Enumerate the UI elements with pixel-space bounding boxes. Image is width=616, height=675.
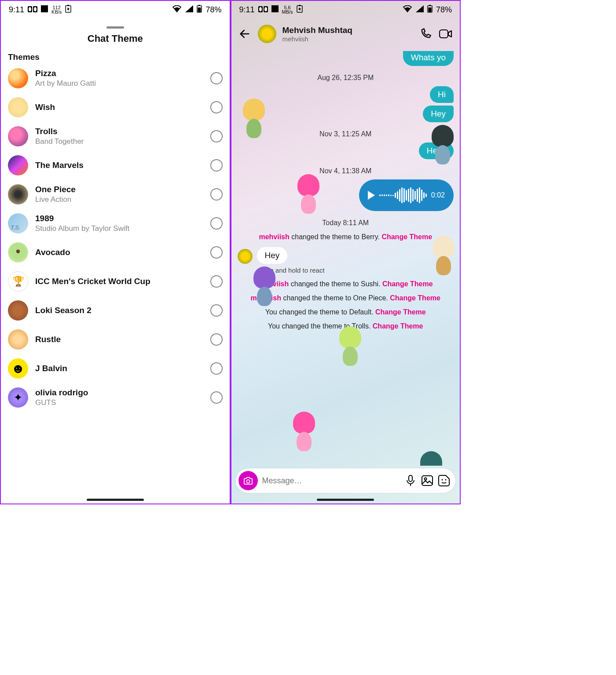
theme-radio[interactable]: [210, 130, 223, 142]
theme-radio[interactable]: [210, 246, 223, 259]
chat-title-wrap[interactable]: Mehvish Mushtaq mehviish: [282, 26, 413, 43]
message-row: Whats yo: [238, 51, 454, 66]
sticker-button[interactable]: [438, 474, 450, 487]
incoming-message-row: Hey: [238, 247, 454, 264]
theme-avatar: [8, 358, 28, 379]
theme-title: 1989: [35, 214, 203, 223]
theme-title: olivia rodrigo: [35, 388, 203, 398]
sent-message[interactable]: Hello: [419, 142, 454, 159]
theme-avatar: [8, 271, 28, 292]
chat-avatar[interactable]: [258, 25, 276, 43]
theme-row[interactable]: Rustle: [8, 325, 223, 354]
battery-percent: 78%: [436, 5, 452, 15]
theme-avatar: [8, 155, 28, 175]
svg-rect-18: [429, 5, 431, 6]
theme-radio[interactable]: [210, 362, 223, 375]
svg-rect-16: [299, 5, 301, 6]
svg-point-24: [425, 478, 427, 480]
svg-point-13: [264, 7, 267, 11]
troll-decoration: [289, 412, 319, 451]
change-theme-link[interactable]: Change Theme: [375, 308, 426, 316]
sheet-title: Chat Theme: [1, 33, 230, 44]
theme-text: TrollsBand Together: [35, 127, 203, 146]
svg-point-26: [445, 479, 447, 481]
theme-row[interactable]: One PieceLive Action: [8, 180, 223, 209]
theme-row[interactable]: olivia rodrigoGUTS: [8, 383, 223, 412]
theme-avatar: [8, 97, 28, 117]
theme-title: Pizza: [35, 69, 203, 78]
voice-message[interactable]: 0:02: [359, 179, 454, 211]
signal-icon: [416, 5, 424, 15]
theme-row[interactable]: ICC Men's Cricket World Cup: [8, 267, 223, 296]
theme-radio[interactable]: [210, 275, 223, 288]
theme-subtitle: GUTS: [35, 398, 203, 407]
theme-title: One Piece: [35, 185, 203, 194]
call-button[interactable]: [418, 27, 433, 41]
theme-title: ICC Men's Cricket World Cup: [35, 277, 203, 286]
theme-list: PizzaArt by Mauro GattiWishTrollsBand To…: [1, 64, 230, 412]
panel-chat: 9:11 5.6MB/s 78% Mehvish Mushtaq mehviis…: [231, 0, 461, 504]
theme-text: Loki Season 2: [35, 306, 203, 315]
message-composer: [236, 468, 456, 493]
theme-row[interactable]: 1989Studio Album by Taylor Swift: [8, 209, 223, 238]
theme-radio[interactable]: [210, 188, 223, 201]
theme-title: Loki Season 2: [35, 306, 203, 315]
block-icon: [41, 5, 48, 15]
theme-row[interactable]: The Marvels: [8, 151, 223, 180]
back-button[interactable]: [238, 28, 252, 40]
theme-radio[interactable]: [210, 333, 223, 346]
sender-avatar[interactable]: [238, 249, 253, 264]
home-indicator[interactable]: [87, 499, 144, 501]
drag-handle[interactable]: [106, 26, 124, 29]
waveform[interactable]: [379, 186, 427, 204]
home-indicator[interactable]: [317, 499, 374, 501]
system-message: mehviish changed the theme to Berry. Cha…: [238, 233, 454, 241]
svg-rect-20: [440, 30, 448, 38]
svg-point-2: [29, 7, 31, 11]
video-call-button[interactable]: [439, 27, 453, 41]
status-time: 9:11: [9, 5, 24, 15]
theme-radio[interactable]: [210, 72, 223, 84]
system-message: You changed the theme to Default. Change…: [238, 308, 454, 316]
sent-message[interactable]: Whats yo: [403, 51, 454, 66]
gallery-button[interactable]: [421, 474, 433, 487]
message-input[interactable]: [262, 476, 400, 485]
message-row: Hello: [238, 142, 454, 159]
timestamp: Aug 26, 12:35 PM: [238, 74, 454, 82]
message-row: 0:02: [238, 179, 454, 211]
theme-row[interactable]: Loki Season 2: [8, 296, 223, 325]
theme-radio[interactable]: [210, 391, 223, 404]
theme-radio[interactable]: [210, 159, 223, 171]
received-message[interactable]: Hey: [257, 247, 288, 264]
theme-row[interactable]: Avocado: [8, 238, 223, 267]
message-row: Hi: [238, 86, 454, 103]
change-theme-link[interactable]: Change Theme: [382, 280, 433, 288]
theme-text: One PieceLive Action: [35, 185, 203, 204]
theme-row[interactable]: TrollsBand Together: [8, 122, 223, 151]
theme-row[interactable]: Wish: [8, 93, 223, 122]
dolby-icon: [28, 5, 37, 15]
net-speed: 5.6MB/s: [282, 5, 293, 14]
change-theme-link[interactable]: Change Theme: [390, 294, 440, 302]
theme-row[interactable]: PizzaArt by Mauro Gatti: [8, 64, 223, 93]
theme-title: The Marvels: [35, 161, 203, 170]
status-bar: 9:11 5.6MB/s 78%: [231, 1, 460, 18]
theme-radio[interactable]: [210, 101, 223, 113]
mic-button[interactable]: [404, 474, 417, 487]
theme-text: Rustle: [35, 335, 203, 344]
theme-avatar: [8, 184, 28, 204]
sent-message[interactable]: Hey: [423, 106, 454, 122]
play-icon[interactable]: [368, 191, 375, 200]
theme-title: Avocado: [35, 248, 203, 257]
change-theme-link[interactable]: Change Theme: [373, 322, 423, 330]
svg-point-12: [259, 7, 262, 11]
camera-button[interactable]: [238, 471, 258, 490]
chat-body[interactable]: Whats yo Aug 26, 12:35 PM Hi Hey Nov 3, …: [231, 47, 460, 466]
svg-point-3: [34, 7, 37, 11]
change-theme-link[interactable]: Change Theme: [381, 233, 432, 241]
theme-radio[interactable]: [210, 217, 223, 230]
sent-message[interactable]: Hi: [430, 86, 454, 103]
theme-row[interactable]: J Balvin: [8, 354, 223, 383]
theme-radio[interactable]: [210, 304, 223, 317]
chat-username: mehviish: [282, 35, 413, 43]
